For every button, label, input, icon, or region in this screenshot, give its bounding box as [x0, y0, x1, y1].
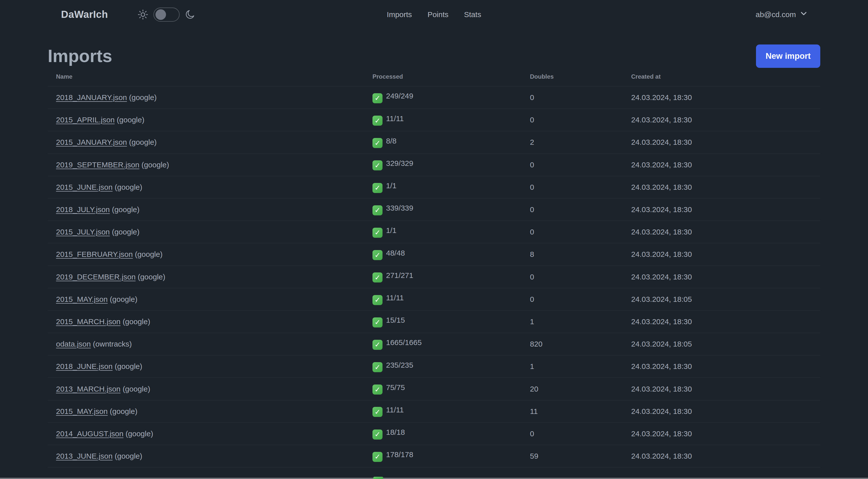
doubles-cell: 1 — [522, 310, 623, 333]
created-at-cell: 24.03.2024, 18:30 — [623, 131, 820, 154]
import-source-label: (google) — [113, 362, 142, 370]
table-row: 2015_JANUARY.json (google) ✓8/8 2 24.03.… — [48, 131, 820, 154]
success-check-icon: ✓ — [372, 340, 382, 350]
header-doubles: Doubles — [522, 69, 623, 86]
name-cell: 2015_JUNE.json (google) — [48, 176, 364, 198]
processed-cell: ✓1665/1665 — [364, 333, 522, 355]
app-brand[interactable]: DaWarIch — [61, 9, 108, 20]
import-file-link[interactable]: 2019_SEPTEMBER.json — [56, 160, 140, 169]
doubles-cell: 11 — [522, 400, 623, 422]
import-source-label: (google) — [115, 116, 145, 124]
import-file-link[interactable]: odata.json — [56, 340, 91, 348]
name-cell: 2019_DECEMBER.json (google) — [48, 266, 364, 288]
created-at-cell: 24.03.2024, 18:30 — [623, 400, 820, 422]
doubles-cell: 0 — [522, 198, 623, 221]
processed-cell: ✓75/75 — [364, 378, 522, 400]
doubles-cell: 8 — [522, 243, 623, 266]
import-file-link[interactable]: 2015_MAY.json — [56, 295, 108, 303]
import-source-label: (google) — [133, 250, 162, 258]
import-file-link[interactable]: 2013_JUNE.json — [56, 452, 113, 460]
import-file-link[interactable]: 2015_APRIL.json — [56, 116, 115, 124]
success-check-icon: ✓ — [372, 250, 382, 260]
success-check-icon: ✓ — [372, 295, 382, 305]
import-file-link[interactable]: 2018_JUNE.json — [56, 362, 113, 370]
table-row: 2013_JUNE.json (google) ✓178/178 59 24.0… — [48, 445, 820, 468]
sun-icon — [137, 9, 149, 20]
doubles-cell: 0 — [522, 109, 623, 131]
theme-toggle-knob[interactable] — [155, 9, 166, 20]
table-row: odata.json (owntracks) ✓1665/1665 820 24… — [48, 333, 820, 355]
processed-cell: ✓18/18 — [364, 422, 522, 445]
nav-link-imports[interactable]: Imports — [387, 10, 412, 19]
processed-count: 8/8 — [386, 137, 397, 145]
table-row: 2015_MAY.json (google) ✓11/11 11 24.03.2… — [48, 400, 820, 422]
processed-cell: ✓178/178 — [364, 445, 522, 468]
import-file-link[interactable]: 2014_AUGUST.json — [56, 429, 123, 438]
processed-count: 75/75 — [386, 383, 405, 392]
success-check-icon: ✓ — [372, 452, 382, 462]
import-file-link[interactable]: 2013_MARCH.json — [56, 385, 121, 393]
table-row: 2015_JULY.json (google) ✓1/1 0 24.03.202… — [48, 221, 820, 243]
table-row: 2015_APRIL.json (google) ✓11/11 0 24.03.… — [48, 109, 820, 131]
import-source-label: (google) — [127, 93, 156, 101]
import-file-link[interactable]: 2018_JULY.json — [56, 205, 110, 214]
doubles-cell: 0 — [522, 288, 623, 310]
success-check-icon: ✓ — [372, 205, 382, 215]
processed-cell: ✓329/329 — [364, 154, 522, 176]
success-check-icon: ✓ — [372, 183, 382, 193]
doubles-cell: 0 — [522, 221, 623, 243]
import-file-link[interactable]: 2018_JANUARY.json — [56, 93, 127, 101]
created-at-cell: 24.03.2024, 18:30 — [623, 221, 820, 243]
moon-icon — [185, 9, 196, 20]
table-header-row: Name Processed Doubles Created at — [48, 69, 820, 86]
table-row: 2014_AUGUST.json (google) ✓18/18 0 24.03… — [48, 422, 820, 445]
doubles-cell: 2 — [522, 131, 623, 154]
import-file-link[interactable]: 2015_JANUARY.json — [56, 138, 127, 146]
processed-cell: ✓1/1 — [364, 176, 522, 198]
import-source-label: (google) — [108, 295, 137, 303]
import-file-link[interactable]: 2015_MARCH.json — [56, 318, 121, 326]
import-source-label: (google) — [121, 385, 150, 393]
success-check-icon: ✓ — [372, 272, 382, 282]
processed-count: 11/11 — [386, 406, 404, 414]
navbar: DaWarIch Imports Points — [0, 0, 868, 29]
header-created-at: Created at — [623, 69, 820, 86]
created-at-cell: 24.03.2024, 18:30 — [623, 378, 820, 400]
import-source-label: (google) — [113, 452, 142, 460]
import-file-link[interactable]: 2019_DECEMBER.json — [56, 273, 135, 281]
name-cell: 2013_JUNE.json (google) — [48, 445, 364, 468]
name-cell: 2015_APRIL.json (google) — [48, 109, 364, 131]
processed-cell: ✓249/249 — [364, 86, 522, 109]
name-cell: 2019_SEPTEMBER.json (google) — [48, 154, 364, 176]
table-row: 2019_DECEMBER.json (google) ✓271/271 0 2… — [48, 266, 820, 288]
processed-cell: ✓11/11 — [364, 288, 522, 310]
import-file-link[interactable]: 2015_FEBRUARY.json — [56, 250, 133, 258]
created-at-cell: 24.03.2024, 18:30 — [623, 243, 820, 266]
new-import-button[interactable]: New import — [756, 44, 820, 68]
processed-count: 1/1 — [386, 226, 397, 235]
created-at-cell: 24.03.2024, 18:05 — [623, 288, 820, 310]
table-row: 2018_JULY.json (google) ✓339/339 0 24.03… — [48, 198, 820, 221]
created-at-cell: 24.03.2024, 18:30 — [623, 310, 820, 333]
table-row: 2018_JANUARY.json (google) ✓249/249 0 24… — [48, 86, 820, 109]
success-check-icon: ✓ — [372, 138, 382, 148]
created-at-cell: 24.03.2024, 18:30 — [623, 355, 820, 378]
name-cell: 2013_MARCH.json (google) — [48, 378, 364, 400]
created-at-cell: 24.03.2024, 18:30 — [623, 266, 820, 288]
import-file-link[interactable]: 2015_MAY.json — [56, 407, 108, 415]
doubles-cell: 820 — [522, 333, 623, 355]
table-row: 2015_JUNE.json (google) ✓1/1 0 24.03.202… — [48, 176, 820, 198]
processed-cell: ✓8/8 — [364, 131, 522, 154]
theme-toggle-switch[interactable] — [153, 7, 180, 22]
import-source-label: (google) — [110, 205, 140, 214]
processed-cell: ✓1/1 — [364, 221, 522, 243]
import-file-link[interactable]: 2015_JUNE.json — [56, 183, 113, 191]
import-source-label: (google) — [127, 138, 156, 146]
nav-link-points[interactable]: Points — [428, 10, 448, 19]
processed-count: 11/11 — [386, 294, 404, 302]
doubles-cell: 0 — [522, 86, 623, 109]
import-file-link[interactable]: 2015_JULY.json — [56, 228, 110, 236]
nav-link-stats[interactable]: Stats — [464, 10, 481, 19]
processed-cell: ✓11/11 — [364, 400, 522, 422]
user-menu[interactable]: ab@cd.com — [755, 9, 808, 20]
